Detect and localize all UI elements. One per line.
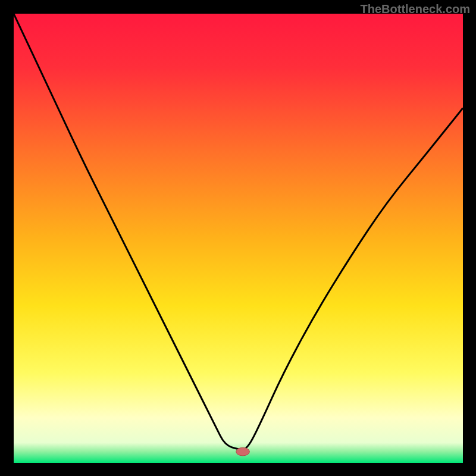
attribution-text: TheBottleneck.com [361, 2, 470, 16]
optimum-marker [236, 447, 250, 456]
gradient-background [14, 14, 463, 463]
chart-frame: TheBottleneck.com [0, 0, 476, 476]
bottleneck-plot [14, 14, 463, 463]
plot-area [14, 14, 463, 463]
